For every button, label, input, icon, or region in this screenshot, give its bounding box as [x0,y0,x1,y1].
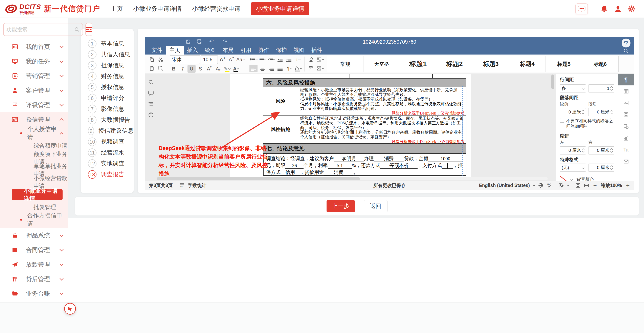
sidebar-item-押品系统[interactable]: 押品系统 [0,228,68,243]
globe-icon[interactable] [538,183,543,188]
step-2[interactable]: 2共借人信息 [81,49,134,60]
same-style-checkbox[interactable] [560,118,564,123]
line-spacing-mode-select[interactable]: 多 [560,84,586,93]
conclusion-blank[interactable]: 5.1 [328,162,352,169]
submenu-item-批复管理[interactable]: 批复管理 [0,201,68,213]
avatar[interactable]: 李 [622,39,630,48]
chart-panel-icon[interactable] [618,132,634,144]
submenu-item-小微经营贷款申请[interactable]: 小微经营贷款申请 [0,176,68,188]
editor-search-icon[interactable] [623,48,629,54]
font-name-select[interactable]: 宋体 [170,55,200,64]
highlight-icon[interactable]: ✎ [223,65,231,73]
editor-tab-视图[interactable]: 视图 [290,46,308,55]
indent-left-input[interactable]: 0 厘米 [560,146,586,154]
step-12[interactable]: 12实地调查 [81,158,134,169]
editor-tab-插件[interactable]: 插件 [308,46,326,55]
submenu-item-小微业务申请详情[interactable]: 小微业务申请详情 [12,189,62,200]
conclusion-blank[interactable]: 信用 [280,169,300,176]
step-13[interactable]: 13调查报告 [81,169,134,180]
vertical-scrollbar[interactable] [551,75,554,89]
about-icon[interactable] [148,112,154,118]
step-9[interactable]: 9授信建议信息 [81,125,134,136]
sidebar-item-我的任务[interactable]: 我的任务 [0,54,68,69]
submenu-item-额度项下业务申请[interactable]: 额度项下业务申请 [0,152,68,164]
style-无空格[interactable]: 无空格 [364,56,400,72]
style-标题2[interactable]: 标题2 [436,56,473,72]
header-tab-2[interactable]: 小微经营贷款申请 [192,5,240,13]
conclusion-blank[interactable] [442,162,453,169]
step-1[interactable]: 1基本信息 [81,38,134,49]
paste-icon[interactable] [148,65,156,72]
header-tab-1[interactable]: 小微业务申请详情 [133,5,182,13]
horizontal-scrollbar[interactable] [156,177,548,180]
style-color-icon[interactable] [316,56,324,63]
sidebar-item-贷后管理[interactable]: 贷后管理 [0,272,68,286]
editor-tab-绘图[interactable]: 绘图 [202,46,219,55]
frame-icon[interactable] [316,65,324,72]
fit-page-icon[interactable] [576,183,581,188]
sidebar-item-合同管理[interactable]: 合同管理 [0,243,68,257]
sidebar-item-我的首页[interactable]: 我的首页 [0,40,68,54]
sidebar-collapse-button[interactable] [85,23,92,36]
bell-icon[interactable] [600,5,608,13]
header-tab-0[interactable]: 主页 [110,5,123,13]
editor-tab-布局[interactable]: 布局 [219,46,237,55]
special-format-value-input[interactable]: 0 厘米 [588,164,614,172]
background-color-picker[interactable] [560,176,574,181]
back-button[interactable]: 返回 [364,200,388,212]
step-8[interactable]: 8大数据报告 [81,115,134,125]
conclusion-blank[interactable]: 1000 [428,156,462,162]
conclusion-blank[interactable]: 等额本析 [380,162,418,169]
sidebar-item-授信管理[interactable]: 授信管理 [0,112,68,127]
language-selector[interactable]: English (United States) [479,183,530,188]
fit-width-icon[interactable] [584,183,589,188]
increase-indent-icon[interactable] [285,56,293,63]
change-case-icon[interactable]: Aa [236,56,244,63]
conclusion-blank[interactable]: 消费 [374,156,404,162]
step-3[interactable]: 3担保信息 [81,60,134,71]
sidebar-item-业务台账[interactable]: 业务台账 [0,286,68,301]
submenu-item-综合额度申请[interactable]: 综合额度申请 [0,140,68,152]
spellcheck-icon[interactable]: ABC [546,183,552,188]
comments-icon[interactable] [148,90,154,96]
decrease-indent-icon[interactable] [276,56,284,63]
justify-icon[interactable] [276,65,284,72]
step-6[interactable]: 6申请评分 [81,93,134,104]
shapes-panel-icon[interactable] [618,121,634,132]
conclusion-blank[interactable]: 消费 [324,169,353,176]
find-icon[interactable] [148,79,154,85]
style-标题1[interactable]: 标题1 [400,56,436,72]
header-footer-panel-icon[interactable] [618,109,634,121]
special-format-select[interactable]: (无) [560,164,586,172]
editor-tab-主页[interactable]: 主页 [166,46,184,55]
submenu-personal-credit[interactable]: 个人授信申请 [0,127,68,140]
page-indicator[interactable]: 第3页共3页 [149,182,173,189]
style-gallery-more-icon[interactable] [619,63,632,65]
shading-icon[interactable] [294,65,302,72]
font-size-select[interactable]: 10.5 [201,55,218,64]
step-7[interactable]: 7影像信息 [81,104,134,115]
superscript-icon[interactable]: A2 [205,65,213,73]
shrink-font-icon[interactable]: A▼ [228,56,236,63]
word-count-label[interactable]: 字数统计 [188,182,206,189]
editor-tab-插入[interactable]: 插入 [184,46,202,55]
user-icon[interactable] [614,5,622,13]
submenu-partner-credit[interactable]: 合作方授信申请 [0,213,68,226]
header-tab-3[interactable]: 小微业务申请详情 [251,2,309,15]
step-10[interactable]: 10视频调查 [81,136,134,147]
chat-bubble-icon[interactable] [576,4,588,14]
sidebar-item-评级管理[interactable]: 评级管理 [0,98,68,112]
style-标题5[interactable]: 标题5 [546,56,582,72]
mailmerge-panel-icon[interactable] [618,156,634,167]
conclusion-blank[interactable]: 李明月 [334,156,364,162]
paragraph-mark-icon[interactable]: ¶ [285,65,293,72]
clear-format-icon[interactable] [307,56,315,63]
conclusion-blank[interactable]: 36 [285,162,304,169]
select-icon[interactable] [156,65,165,72]
zoom-level[interactable]: 缩放100% [601,182,622,189]
style-常规[interactable]: 常规 [327,56,364,72]
editor-tab-引用[interactable]: 引用 [237,46,255,55]
zoom-in-icon[interactable]: + [625,182,630,189]
conclusion-text[interactable]: 调查结论：经调查，建议为客户李明月办理消费贷款，金额1000元，期限36个月，利… [263,153,466,176]
style-标题3[interactable]: 标题3 [473,56,510,72]
